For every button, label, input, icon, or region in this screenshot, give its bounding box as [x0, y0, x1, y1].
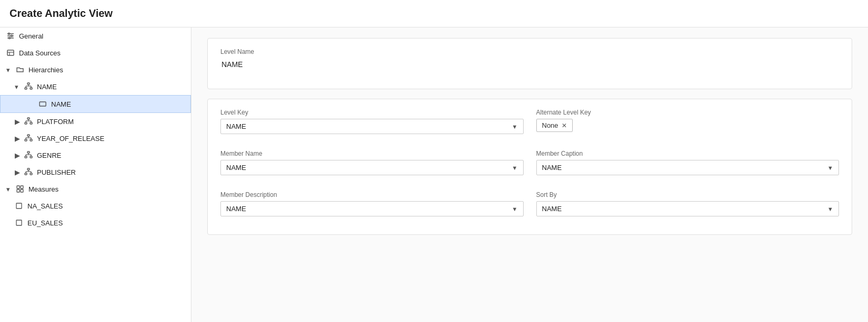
chevron-down-icon-2: ▾: [15, 83, 22, 90]
svg-rect-9: [27, 83, 30, 84]
chevron-right-icon-genre: ▶: [15, 151, 22, 159]
sidebar-item-data-sources[interactable]: Data Sources: [0, 44, 191, 61]
sidebar-item-na-sales[interactable]: NA_SALES: [0, 197, 191, 214]
sidebar-item-hier-year[interactable]: ▶ YEAR_OF_RELEASE: [0, 130, 191, 147]
member-name-label: Member Name: [220, 150, 524, 157]
svg-rect-33: [30, 156, 32, 158]
level-name-label: Level Name: [220, 48, 839, 55]
level-key-select-value: NAME: [226, 122, 512, 130]
svg-rect-40: [30, 173, 32, 175]
svg-rect-49: [16, 203, 22, 209]
sidebar-item-label-hierarchies: Hierarchies: [28, 66, 63, 74]
level-key-field: Level Key NAME ▼: [220, 109, 524, 134]
svg-rect-16: [40, 102, 46, 106]
svg-rect-47: [17, 190, 20, 192]
table-icon: [6, 49, 15, 57]
measures-icon: [16, 185, 24, 193]
folder-icon: [16, 65, 24, 74]
svg-rect-45: [17, 186, 20, 188]
svg-rect-25: [25, 139, 27, 141]
member-description-select-value: NAME: [226, 205, 512, 213]
hierarchy-icon-year: [24, 134, 33, 143]
row-member-name: Member Name NAME ▼ Member Caption NAME ▼: [220, 150, 839, 184]
member-name-dropdown-arrow: ▼: [512, 165, 518, 171]
sidebar-item-hier-publisher[interactable]: ▶ PUBLISHER: [0, 164, 191, 181]
hierarchy-icon-publisher: [24, 168, 33, 176]
sliders-icon: [6, 32, 15, 40]
sidebar-item-label-genre: GENRE: [37, 151, 61, 159]
sidebar-item-label-year: YEAR_OF_RELEASE: [37, 135, 104, 143]
level-name-value: NAME: [220, 58, 839, 71]
chevron-right-icon-publisher: ▶: [15, 168, 22, 176]
sidebar-item-label-data-sources: Data Sources: [19, 49, 61, 57]
svg-rect-50: [16, 220, 22, 225]
sidebar-item-label-measures: Measures: [28, 185, 59, 193]
svg-point-1: [8, 33, 10, 35]
member-caption-select-value: NAME: [542, 164, 828, 172]
member-name-select[interactable]: NAME ▼: [220, 160, 524, 175]
member-caption-label: Member Caption: [536, 150, 840, 157]
svg-point-5: [9, 37, 11, 39]
sidebar-item-label-hier-name: NAME: [37, 83, 57, 91]
svg-rect-10: [25, 88, 27, 89]
svg-rect-19: [30, 122, 32, 124]
svg-rect-31: [27, 151, 30, 153]
svg-rect-32: [25, 156, 27, 158]
level-name-field: Level Name NAME: [220, 48, 839, 71]
member-caption-field: Member Caption NAME ▼: [536, 150, 840, 175]
svg-rect-46: [21, 186, 23, 188]
member-description-select[interactable]: NAME ▼: [220, 201, 524, 216]
alt-level-key-none-text: None: [542, 121, 558, 129]
alt-level-key-none-badge[interactable]: None ✕: [536, 119, 573, 132]
sort-by-select[interactable]: NAME ▼: [536, 201, 840, 216]
level-key-select[interactable]: NAME ▼: [220, 119, 524, 134]
sidebar-item-hier-name-level[interactable]: NAME: [0, 95, 191, 113]
sidebar-item-general[interactable]: General: [0, 27, 191, 44]
svg-rect-24: [27, 135, 30, 136]
alt-level-key-close-icon[interactable]: ✕: [562, 122, 567, 129]
sort-by-dropdown-arrow: ▼: [827, 206, 833, 212]
measure-item-icon-eu: [15, 219, 23, 227]
sort-by-field: Sort By NAME ▼: [536, 191, 840, 216]
content-inner: Level Name NAME Level Key NAME ▼: [191, 27, 868, 255]
member-description-field: Member Description NAME ▼: [220, 191, 524, 216]
svg-rect-6: [7, 50, 14, 55]
sidebar-item-label-platform: PLATFORM: [37, 118, 74, 126]
sidebar-item-label-hier-name-level: NAME: [51, 100, 71, 108]
content-area: Level Name NAME Level Key NAME ▼: [191, 27, 868, 322]
hierarchy-icon-platform: [24, 117, 33, 126]
svg-rect-18: [25, 122, 27, 124]
row-level-key: Level Key NAME ▼ Alternate Level Key Non…: [220, 109, 839, 143]
svg-rect-17: [27, 118, 30, 119]
level-key-label: Level Key: [220, 109, 524, 116]
alt-level-key-label: Alternate Level Key: [536, 109, 840, 116]
svg-rect-48: [21, 190, 23, 192]
level-key-section: Level Key NAME ▼ Alternate Level Key Non…: [207, 99, 852, 235]
chevron-down-icon-measures: ▾: [6, 185, 14, 193]
row-member-desc: Member Description NAME ▼ Sort By NAME ▼: [220, 191, 839, 225]
level-name-section: Level Name NAME: [207, 38, 852, 89]
member-caption-dropdown-arrow: ▼: [827, 165, 833, 171]
sidebar-item-hier-genre[interactable]: ▶ GENRE: [0, 147, 191, 164]
sidebar-item-label-na-sales: NA_SALES: [27, 202, 63, 210]
member-name-select-value: NAME: [226, 164, 512, 172]
svg-point-3: [11, 35, 13, 37]
member-description-dropdown-arrow: ▼: [512, 206, 518, 212]
member-caption-select[interactable]: NAME ▼: [536, 160, 840, 175]
svg-rect-26: [30, 139, 32, 141]
chevron-down-icon: ▾: [6, 66, 14, 73]
sidebar-item-hierarchies[interactable]: ▾ Hierarchies: [0, 61, 191, 78]
hierarchy-icon: [24, 82, 33, 91]
svg-rect-38: [27, 168, 30, 170]
chevron-right-icon-platform: ▶: [15, 118, 22, 125]
app-container: Create Analytic View General: [0, 0, 868, 322]
sidebar-item-eu-sales[interactable]: EU_SALES: [0, 214, 191, 231]
sidebar-item-hier-name[interactable]: ▾ NAME: [0, 78, 191, 95]
sidebar-item-hier-platform[interactable]: ▶ PLATFORM: [0, 113, 191, 130]
sidebar-item-label-publisher: PUBLISHER: [37, 168, 76, 176]
sidebar: General Data Sources ▾: [0, 27, 191, 322]
svg-rect-39: [25, 173, 27, 175]
sidebar-item-measures[interactable]: ▾ Measures: [0, 181, 191, 197]
level-key-dropdown-arrow: ▼: [512, 124, 518, 130]
measure-item-icon-na: [15, 202, 23, 210]
